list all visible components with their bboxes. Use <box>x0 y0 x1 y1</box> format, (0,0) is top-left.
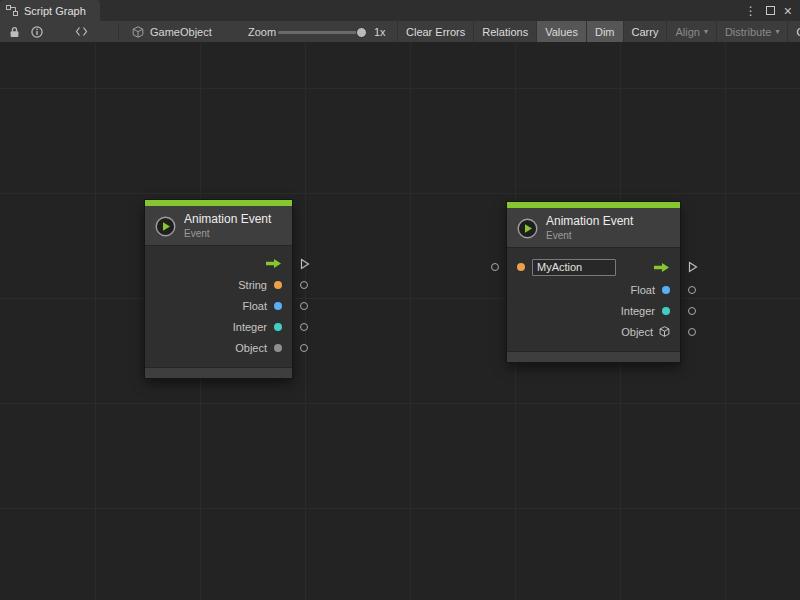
port-label: Integer <box>233 321 267 333</box>
flow-output-row <box>145 253 292 274</box>
graph-canvas[interactable]: Animation Event Event <box>0 43 800 600</box>
zoom-label: Zoom <box>248 21 276 42</box>
name-input-port[interactable] <box>491 263 499 271</box>
object-output-port[interactable] <box>688 328 696 336</box>
port-label: Float <box>631 284 655 296</box>
window-controls: ⋮ × <box>745 0 800 21</box>
dim-button[interactable]: Dim <box>586 21 623 42</box>
close-icon[interactable]: × <box>784 4 792 18</box>
lock-icon[interactable] <box>3 21 25 42</box>
node-ports: String Float Integer Object <box>145 246 292 367</box>
output-row-string: String <box>145 274 292 295</box>
event-play-icon <box>155 216 176 237</box>
node-subtitle: Event <box>184 228 271 239</box>
node-title: Animation Event <box>184 213 271 226</box>
node-animation-event-1[interactable]: Animation Event Event <box>145 200 292 378</box>
zoom-slider-handle[interactable] <box>356 27 367 38</box>
output-row-integer: Integer <box>507 300 680 321</box>
port-label: Object <box>621 326 653 338</box>
event-play-icon <box>517 218 538 239</box>
flow-arrow-icon <box>265 258 282 269</box>
integer-output-port[interactable] <box>300 323 308 331</box>
string-type-dot <box>274 281 282 289</box>
clear-errors-button[interactable]: Clear Errors <box>397 21 473 42</box>
toolbar-buttons: Clear Errors Relations Values Dim Carry … <box>397 21 800 42</box>
chevron-down-icon: ▾ <box>775 27 779 36</box>
flow-output-port[interactable] <box>688 261 698 273</box>
name-input-row <box>507 255 680 279</box>
float-output-port[interactable] <box>300 302 308 310</box>
object-type-dot <box>274 344 282 352</box>
integer-type-dot <box>662 307 670 315</box>
tab-script-graph[interactable]: Script Graph <box>0 0 100 21</box>
node-footer <box>507 351 680 362</box>
info-icon[interactable] <box>26 21 48 42</box>
port-label: Object <box>235 342 267 354</box>
output-row-object: Object <box>145 337 292 358</box>
node-ports: Float Integer Object <box>507 248 680 351</box>
object-output-port[interactable] <box>300 344 308 352</box>
flow-arrow-icon <box>653 262 670 273</box>
node-header[interactable]: Animation Event Event <box>507 208 680 248</box>
flow-output-port[interactable] <box>300 258 310 270</box>
float-output-port[interactable] <box>688 286 696 294</box>
output-row-float: Float <box>145 295 292 316</box>
output-row-integer: Integer <box>145 316 292 337</box>
node-footer <box>145 367 292 378</box>
toolbar-separator <box>118 23 119 40</box>
node-title: Animation Event <box>546 215 633 228</box>
chevron-down-icon: ▾ <box>704 27 708 36</box>
maximize-icon[interactable] <box>766 6 775 15</box>
title-bar: Script Graph ⋮ × <box>0 0 800 21</box>
node-header[interactable]: Animation Event Event <box>145 206 292 246</box>
carry-button[interactable]: Carry <box>623 21 667 42</box>
target-label: GameObject <box>150 26 212 38</box>
float-type-dot <box>274 302 282 310</box>
integer-type-dot <box>274 323 282 331</box>
graph-toolbar: GameObject Zoom 1x Clear Errors Relation… <box>0 21 800 43</box>
port-label: Integer <box>621 305 655 317</box>
values-button[interactable]: Values <box>536 21 586 42</box>
integer-output-port[interactable] <box>688 307 696 315</box>
object-cube-icon <box>659 326 670 337</box>
output-row-float: Float <box>507 279 680 300</box>
gameobject-cube-icon <box>132 26 144 38</box>
port-label: String <box>238 279 267 291</box>
target-gameobject-field[interactable]: GameObject <box>132 21 212 42</box>
distribute-button[interactable]: Distribute ▾ <box>716 21 787 42</box>
node-animation-event-2[interactable]: Animation Event Event <box>507 202 680 362</box>
zoom-slider[interactable] <box>278 31 364 34</box>
script-graph-icon <box>6 5 18 16</box>
code-view-icon[interactable] <box>70 21 92 42</box>
string-type-dot <box>517 263 525 271</box>
port-label: Float <box>243 300 267 312</box>
action-name-input[interactable] <box>532 259 616 276</box>
script-graph-window: Script Graph ⋮ × <box>0 0 800 600</box>
float-type-dot <box>662 286 670 294</box>
string-output-port[interactable] <box>300 281 308 289</box>
zoom-value: 1x <box>374 21 386 42</box>
align-button[interactable]: Align ▾ <box>666 21 715 42</box>
window-menu-icon[interactable]: ⋮ <box>745 5 757 17</box>
node-subtitle: Event <box>546 230 633 241</box>
tab-title: Script Graph <box>24 5 86 17</box>
output-row-object: Object <box>507 321 680 342</box>
overview-button[interactable]: Overview <box>787 21 800 42</box>
relations-button[interactable]: Relations <box>473 21 536 42</box>
